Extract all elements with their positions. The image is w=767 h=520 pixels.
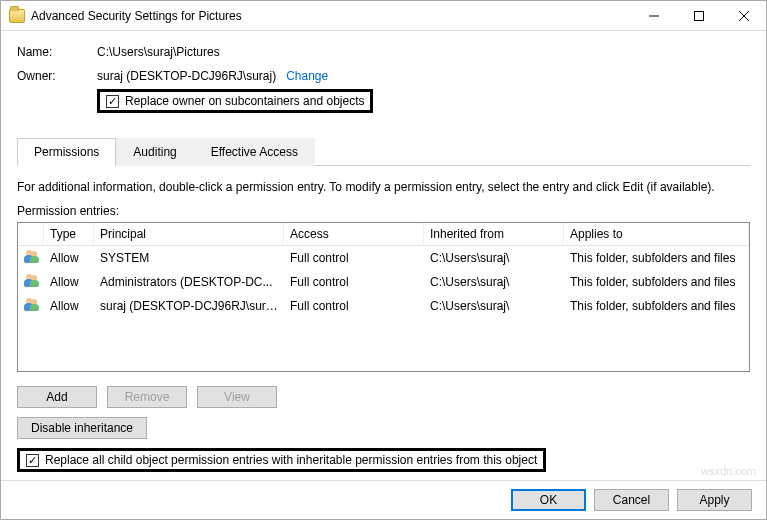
remove-button: Remove bbox=[107, 386, 187, 408]
table-row[interactable]: AllowAdministrators (DESKTOP-DC...Full c… bbox=[18, 270, 749, 294]
add-button[interactable]: Add bbox=[17, 386, 97, 408]
cell-principal: Administrators (DESKTOP-DC... bbox=[94, 271, 284, 293]
replace-owner-label: Replace owner on subcontainers and objec… bbox=[125, 94, 364, 108]
cell-access: Full control bbox=[284, 247, 424, 269]
owner-label: Owner: bbox=[17, 69, 97, 83]
table-row[interactable]: Allowsuraj (DESKTOP-DCJ96RJ\suraj)Full c… bbox=[18, 294, 749, 318]
cell-inherited: C:\Users\suraj\ bbox=[424, 247, 564, 269]
tab-auditing[interactable]: Auditing bbox=[116, 138, 193, 166]
cell-type: Allow bbox=[44, 271, 94, 293]
tab-permissions[interactable]: Permissions bbox=[17, 138, 116, 166]
replace-owner-highlight: Replace owner on subcontainers and objec… bbox=[97, 89, 373, 113]
replace-child-highlight: Replace all child object permission entr… bbox=[17, 448, 546, 472]
ok-button[interactable]: OK bbox=[511, 489, 586, 511]
permission-entries-label: Permission entries: bbox=[17, 204, 750, 218]
cell-principal: SYSTEM bbox=[94, 247, 284, 269]
change-owner-link[interactable]: Change bbox=[286, 69, 328, 83]
cell-type: Allow bbox=[44, 295, 94, 317]
cell-inherited: C:\Users\suraj\ bbox=[424, 271, 564, 293]
replace-child-checkbox[interactable] bbox=[26, 454, 39, 467]
cell-access: Full control bbox=[284, 295, 424, 317]
table-row[interactable]: AllowSYSTEMFull controlC:\Users\suraj\Th… bbox=[18, 246, 749, 270]
principal-icon bbox=[18, 246, 44, 270]
cell-applies: This folder, subfolders and files bbox=[564, 295, 749, 317]
permission-entries-grid[interactable]: Type Principal Access Inherited from App… bbox=[17, 222, 750, 372]
owner-value: suraj (DESKTOP-DCJ96RJ\suraj) bbox=[97, 69, 276, 83]
minimize-button[interactable] bbox=[631, 1, 676, 30]
cell-applies: This folder, subfolders and files bbox=[564, 247, 749, 269]
info-text: For additional information, double-click… bbox=[17, 180, 750, 194]
titlebar: Advanced Security Settings for Pictures bbox=[1, 1, 766, 31]
maximize-button[interactable] bbox=[676, 1, 721, 30]
close-button[interactable] bbox=[721, 1, 766, 30]
col-applies[interactable]: Applies to bbox=[564, 223, 749, 245]
principal-icon bbox=[18, 294, 44, 318]
tab-effective-access[interactable]: Effective Access bbox=[194, 138, 315, 166]
disable-inheritance-button[interactable]: Disable inheritance bbox=[17, 417, 147, 439]
col-inherited[interactable]: Inherited from bbox=[424, 223, 564, 245]
cell-principal: suraj (DESKTOP-DCJ96RJ\suraj) bbox=[94, 295, 284, 317]
col-icon[interactable] bbox=[18, 223, 44, 245]
content-area: Name: C:\Users\suraj\Pictures Owner: sur… bbox=[1, 31, 766, 480]
security-settings-window: Advanced Security Settings for Pictures … bbox=[0, 0, 767, 520]
grid-header: Type Principal Access Inherited from App… bbox=[18, 223, 749, 246]
apply-button[interactable]: Apply bbox=[677, 489, 752, 511]
view-button: View bbox=[197, 386, 277, 408]
name-value: C:\Users\suraj\Pictures bbox=[97, 45, 220, 59]
replace-child-label: Replace all child object permission entr… bbox=[45, 453, 537, 467]
window-title: Advanced Security Settings for Pictures bbox=[31, 9, 631, 23]
col-access[interactable]: Access bbox=[284, 223, 424, 245]
principal-icon bbox=[18, 270, 44, 294]
tab-strip: Permissions Auditing Effective Access bbox=[17, 137, 750, 166]
col-type[interactable]: Type bbox=[44, 223, 94, 245]
cell-applies: This folder, subfolders and files bbox=[564, 271, 749, 293]
folder-icon bbox=[9, 9, 25, 23]
svg-rect-1 bbox=[694, 11, 703, 20]
replace-owner-checkbox[interactable] bbox=[106, 95, 119, 108]
cell-type: Allow bbox=[44, 247, 94, 269]
cell-inherited: C:\Users\suraj\ bbox=[424, 295, 564, 317]
dialog-buttons: OK Cancel Apply bbox=[1, 480, 766, 519]
name-label: Name: bbox=[17, 45, 97, 59]
cancel-button[interactable]: Cancel bbox=[594, 489, 669, 511]
cell-access: Full control bbox=[284, 271, 424, 293]
col-principal[interactable]: Principal bbox=[94, 223, 284, 245]
